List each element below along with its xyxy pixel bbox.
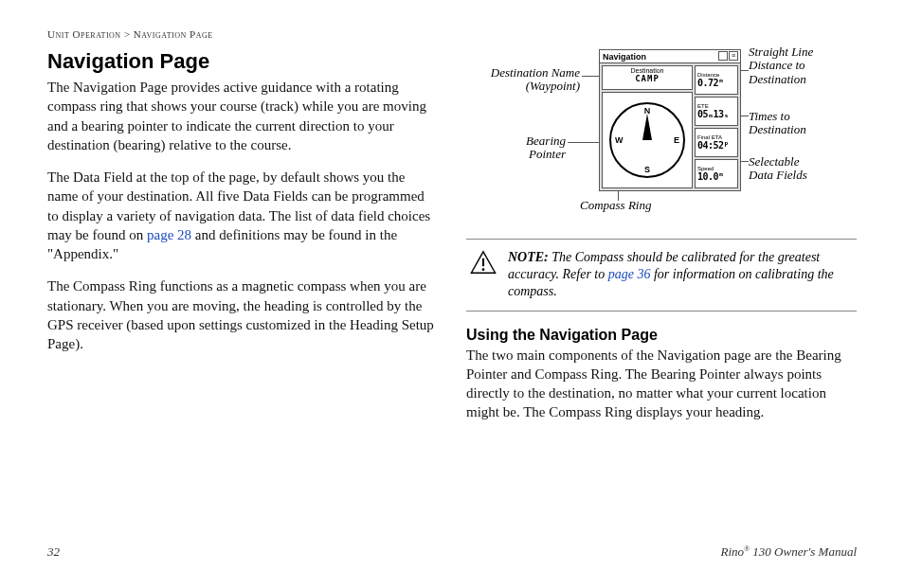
svg-point-2 [482, 268, 485, 271]
destination-field: Destination CAMP [602, 65, 693, 90]
using-nav-paragraph: The two main components of the Navigatio… [466, 346, 857, 422]
window-icon [718, 51, 728, 61]
breadcrumb-part-1: Unit Operation [47, 28, 121, 40]
left-column: Navigation Page The Navigation Page prov… [47, 49, 438, 436]
page-title: Navigation Page [47, 49, 438, 74]
page-footer: 32 Rino® 130 Owner's Manual [47, 544, 857, 560]
data-field-paragraph: The Data Field at the top of the page, b… [47, 168, 438, 263]
breadcrumb: Unit Operation > Navigation Page [47, 28, 857, 40]
callout-compass-ring: Compass Ring [580, 199, 651, 212]
compass-ring-paragraph: The Compass Ring functions as a magnetic… [47, 276, 438, 353]
warning-icon [470, 249, 497, 276]
intro-paragraph: The Navigation Page provides active guid… [47, 78, 438, 154]
callout-destination-name: Destination Name (Waypoint) [466, 66, 580, 94]
subsection-title: Using the Navigation Page [466, 327, 857, 344]
speed-field: Speed 10.0ᵐ [695, 159, 738, 188]
callout-bearing-pointer: Bearing Pointer [466, 134, 566, 162]
final-eta-field: Final ETA 04:52ᵖ [695, 128, 738, 157]
callout-selectable: Selectable Data Fields [749, 155, 807, 183]
ete-field: ETE 05ₘ13ₛ [695, 97, 738, 126]
breadcrumb-part-2: Navigation Page [134, 28, 213, 40]
document-title: Rino® 130 Owner's Manual [720, 544, 857, 560]
callout-times: Times to Destination [749, 110, 806, 137]
link-page-28[interactable]: page 28 [147, 227, 191, 242]
callout-distance: Straight Line Distance to Destination [749, 45, 813, 86]
note-label: NOTE: [508, 250, 549, 264]
page-number: 32 [47, 544, 60, 560]
diagram-title: Navigation [603, 52, 646, 62]
compass-display: N S E W [602, 92, 693, 188]
distance-field: Distance 0.72ᵐ [695, 65, 738, 95]
breadcrumb-sep: > [121, 28, 134, 40]
right-column: Destination Name (Waypoint) Bearing Poin… [466, 49, 857, 436]
link-page-36[interactable]: page 36 [608, 267, 651, 281]
note-box: NOTE: The Compass should be calibrated f… [466, 239, 857, 312]
bearing-arrow-icon [642, 114, 652, 140]
menu-icon: ≡ [729, 51, 738, 61]
navigation-diagram: Destination Name (Waypoint) Bearing Poin… [466, 49, 857, 220]
